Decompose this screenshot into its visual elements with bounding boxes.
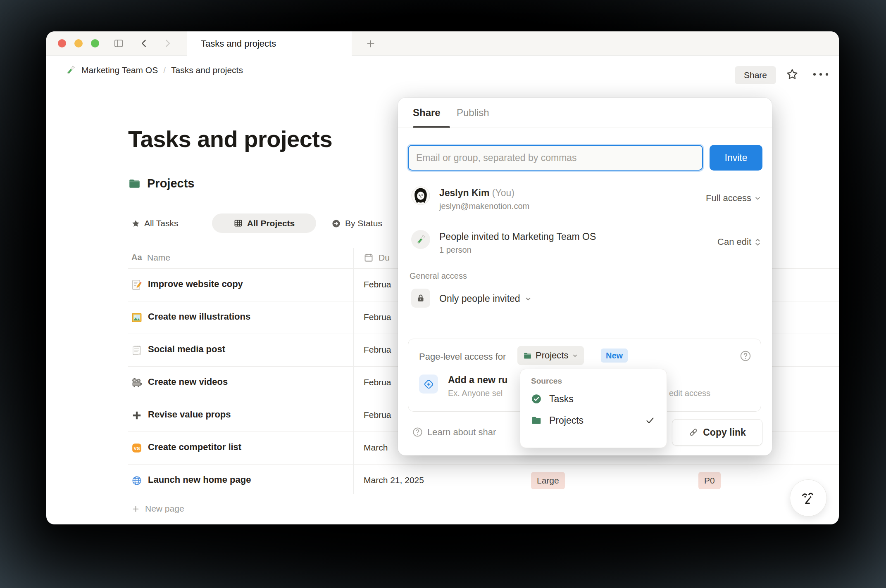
notion-face-icon: [798, 487, 819, 509]
tab-tasks-and-projects[interactable]: Tasks and projects: [187, 31, 352, 56]
view-all-projects[interactable]: All Projects: [212, 213, 316, 233]
picture-icon: [131, 312, 142, 323]
minimize-window-button[interactable]: [74, 39, 83, 47]
notion-window: Tasks and projects Marketing Team OS / T…: [46, 31, 839, 524]
row-name[interactable]: Create new videos: [148, 377, 228, 387]
projector-icon: [131, 377, 142, 388]
new-page-button[interactable]: New page: [128, 497, 839, 520]
row-name[interactable]: Create new illustrations: [148, 311, 250, 322]
sources-menu-heading: Sources: [531, 374, 667, 388]
add-rule-hint-fragment: edit access: [669, 389, 710, 398]
general-access-dropdown[interactable]: Only people invited: [439, 293, 532, 304]
row-due-date[interactable]: Februa: [364, 410, 391, 420]
view-label: By Status: [345, 218, 382, 228]
row-name[interactable]: Revise value props: [148, 409, 231, 420]
row-name[interactable]: Launch new home page: [148, 474, 251, 485]
column-divider[interactable]: [353, 248, 354, 494]
row-name[interactable]: Create competitor list: [148, 442, 241, 453]
view-label: All Projects: [247, 218, 295, 228]
dialog-tab-share[interactable]: Share: [413, 107, 441, 119]
size-badge[interactable]: Large: [531, 472, 565, 489]
memo-icon: [131, 280, 142, 290]
owner-access-dropdown[interactable]: Full access: [706, 193, 761, 204]
calendar-icon: [364, 253, 374, 263]
add-rule-hint: Ex. Anyone sel: [448, 389, 503, 398]
zoom-window-button[interactable]: [91, 39, 99, 47]
item-label: Tasks: [549, 394, 574, 405]
team-name: People invited to Marketing Team OS: [439, 231, 596, 242]
teamspace-avatar: [411, 230, 430, 249]
lock-tile: [411, 289, 430, 308]
invite-button[interactable]: Invite: [710, 145, 762, 171]
link-icon: [688, 427, 698, 437]
view-by-status[interactable]: By Status: [331, 214, 382, 233]
chevron-down-icon: [572, 353, 578, 359]
person-name: Jeslyn Kim (You): [439, 187, 514, 199]
add-rule-title[interactable]: Add a new ru: [448, 375, 507, 386]
row-due-date[interactable]: Februa: [364, 280, 391, 289]
test-tube-icon: [415, 234, 426, 245]
collection-title: Projects: [147, 177, 194, 190]
chevron-down-icon: [754, 195, 761, 202]
titlebar: Tasks and projects: [46, 31, 839, 56]
breadcrumb-page[interactable]: Tasks and projects: [171, 65, 243, 75]
back-button[interactable]: [139, 38, 150, 49]
page-level-access-label: Page-level access for: [419, 351, 506, 362]
share-button[interactable]: Share: [735, 66, 776, 84]
topbar: Marketing Team OS / Tasks and projects S…: [46, 56, 839, 85]
row-name[interactable]: Improve website copy: [148, 279, 243, 289]
breadcrumb: Marketing Team OS / Tasks and projects: [65, 56, 243, 85]
source-selector-dropdown[interactable]: Projects: [517, 346, 584, 365]
favorite-star-icon[interactable]: [786, 68, 798, 81]
general-access-value: Only people invited: [439, 293, 520, 304]
row-due-date[interactable]: Februa: [364, 377, 391, 387]
view-all-tasks[interactable]: All Tasks: [131, 214, 178, 233]
chevron-down-icon: [524, 295, 532, 303]
notion-ai-button[interactable]: [790, 479, 827, 517]
person-email: jeslyn@makenotion.com: [439, 202, 529, 211]
priority-badge[interactable]: P0: [698, 472, 721, 489]
add-rule-tile: [419, 375, 438, 394]
sources-menu-item[interactable]: Tasks: [520, 388, 667, 410]
new-tab-button[interactable]: [365, 38, 376, 49]
plus-bold-icon: [131, 410, 142, 421]
breadcrumb-workspace[interactable]: Marketing Team OS: [81, 65, 158, 75]
svg-text:VS: VS: [133, 446, 140, 451]
sources-menu-item[interactable]: Projects: [520, 410, 667, 431]
breadcrumb-separator: /: [163, 65, 166, 75]
person-you-suffix: (You): [492, 187, 514, 198]
avatar: [411, 186, 430, 205]
person-name-text: Jeslyn Kim: [439, 187, 489, 198]
new-page-label: New page: [145, 504, 184, 514]
sidebar-toggle-icon[interactable]: [113, 38, 124, 49]
column-header-name[interactable]: Name: [147, 253, 170, 263]
close-window-button[interactable]: [58, 39, 66, 47]
row-due-date[interactable]: Februa: [364, 312, 391, 322]
share-button-label: Share: [744, 70, 767, 80]
row-due-date[interactable]: March 21, 2025: [364, 475, 424, 485]
row-due-date[interactable]: Februa: [364, 345, 391, 355]
help-icon[interactable]: [739, 350, 752, 362]
new-badge: New: [601, 349, 628, 363]
row-due-date[interactable]: March: [364, 443, 388, 453]
sources-menu: Sources Tasks Projects: [520, 369, 667, 448]
invite-email-input[interactable]: [408, 145, 703, 171]
learn-label: Learn about shar: [427, 427, 496, 438]
access-label: Can edit: [717, 237, 751, 247]
learn-about-sharing-link[interactable]: Learn about shar: [412, 427, 496, 438]
collection-header[interactable]: Projects: [128, 177, 194, 190]
column-header-due[interactable]: Du: [379, 253, 390, 263]
dialog-divider: [398, 128, 772, 128]
invite-button-label: Invite: [725, 152, 748, 164]
table-row[interactable]: Launch new home page March 21, 2025 Larg…: [128, 465, 839, 497]
row-name[interactable]: Social media post: [148, 344, 225, 355]
sources-menu-items: Tasks Projects: [520, 388, 667, 431]
team-meta: 1 person: [439, 245, 472, 255]
page-title: Tasks and projects: [128, 126, 332, 152]
access-label: Full access: [706, 193, 751, 204]
test-tube-icon: [65, 65, 76, 76]
team-access-dropdown[interactable]: Can edit: [717, 237, 761, 247]
more-options-icon[interactable]: [812, 69, 830, 79]
dialog-tab-publish[interactable]: Publish: [457, 107, 489, 119]
copy-link-button[interactable]: Copy link: [672, 419, 762, 446]
